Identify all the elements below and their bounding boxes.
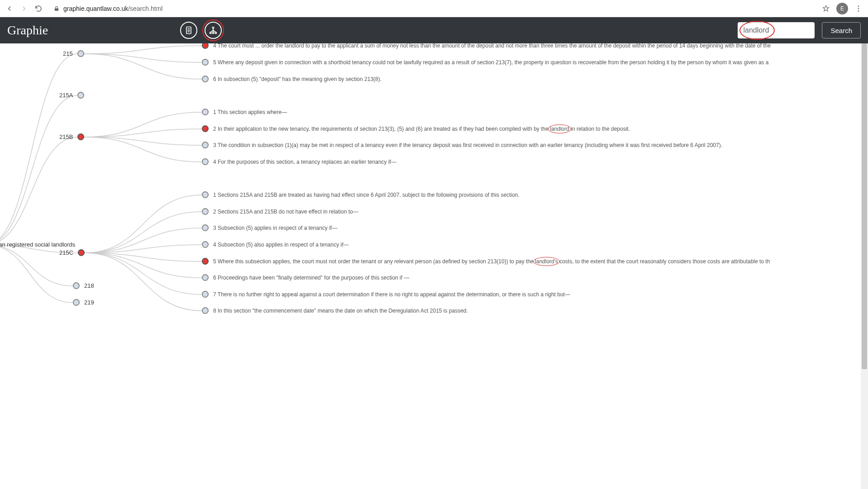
svg-point-8 <box>213 27 214 28</box>
leaf-row[interactable]: 5 Where this subsection applies, the cou… <box>202 258 770 265</box>
profile-avatar[interactable]: E <box>836 3 848 14</box>
svg-point-10 <box>213 32 214 33</box>
section-node-215C[interactable]: 215C <box>59 249 85 256</box>
leaf-text: 8 In this section "the commencement date… <box>213 308 468 314</box>
browser-menu-icon[interactable] <box>854 5 863 13</box>
leaf-dot[interactable] <box>202 109 209 115</box>
svg-point-3 <box>858 10 859 11</box>
svg-rect-0 <box>55 8 58 10</box>
node-label: 215A <box>59 92 73 99</box>
leaf-row[interactable]: 4 Subsection (5) also applies in respect… <box>202 241 349 248</box>
leaf-dot[interactable] <box>202 142 209 148</box>
lock-icon <box>53 5 60 12</box>
section-node-218[interactable]: 218 <box>73 282 94 289</box>
leaf-text: 6 In subsection (5) "deposit" has the me… <box>213 76 382 82</box>
leaf-dot[interactable] <box>202 208 209 215</box>
search-hit: landlord's <box>535 258 558 265</box>
leaf-row[interactable]: 3 Subsection (5) applies in respect of a… <box>202 224 337 231</box>
node-dot[interactable] <box>73 282 80 289</box>
graph-edges <box>0 43 868 489</box>
scrollbar[interactable] <box>861 43 868 489</box>
reload-button[interactable] <box>34 5 43 13</box>
leaf-row[interactable]: 6 Proceedings have been "finally determi… <box>202 274 409 281</box>
leaf-dot[interactable] <box>202 125 209 132</box>
leaf-dot[interactable] <box>202 241 209 248</box>
leaf-dot[interactable] <box>202 76 209 82</box>
url-text: graphie.quantlaw.co.uk/search.html <box>63 5 162 12</box>
app-title: Graphie <box>7 23 48 38</box>
leaf-row[interactable]: 8 In this section "the commencement date… <box>202 307 468 314</box>
section-node-215[interactable]: 215 <box>63 50 84 57</box>
root-label: han registered social landlords <box>0 241 75 248</box>
node-label: 219 <box>84 299 94 306</box>
leaf-text: 7 There is no further right to appeal ag… <box>213 291 570 298</box>
leaf-row[interactable]: 4 The court must ... order the landlord … <box>202 43 771 49</box>
svg-point-11 <box>215 32 216 33</box>
leaf-dot[interactable] <box>202 307 209 314</box>
section-node-215B[interactable]: 215B <box>59 133 84 140</box>
bookmark-star-icon[interactable] <box>822 5 830 13</box>
leaf-dot[interactable] <box>202 59 209 66</box>
leaf-row[interactable]: 3 The condition in subsection (1)(a) may… <box>202 142 722 148</box>
leaf-row[interactable]: 7 There is no further right to appeal ag… <box>202 291 570 298</box>
back-button[interactable] <box>5 5 14 13</box>
leaf-row[interactable]: 1 This section applies where— <box>202 109 287 115</box>
leaf-dot[interactable] <box>202 258 209 265</box>
leaf-row[interactable]: 2 Sections 215A and 215B do not have eff… <box>202 208 358 215</box>
scrollbar-thumb[interactable] <box>862 43 867 369</box>
app-header: Graphie Search <box>0 17 868 43</box>
leaf-dot[interactable] <box>202 191 209 198</box>
leaf-text: 4 For the purposes of this section, a te… <box>213 159 396 165</box>
leaf-text: 2 Sections 215A and 215B do not have eff… <box>213 209 358 215</box>
leaf-text: 4 Subsection (5) also applies in respect… <box>213 242 349 248</box>
leaf-row[interactable]: 6 In subsection (5) "deposit" has the me… <box>202 76 382 82</box>
leaf-row[interactable]: 1 Sections 215A and 215B are treated as … <box>202 191 520 198</box>
node-label: 215 <box>63 50 73 57</box>
root-node: han registered social landlords <box>0 241 75 248</box>
leaf-row[interactable]: 2 In their application to the new tenanc… <box>202 125 630 132</box>
leaf-row[interactable]: 5 Where any deposit given in connection … <box>202 59 768 66</box>
leaf-text: 5 Where this subsection applies, the cou… <box>213 258 770 265</box>
svg-point-2 <box>858 8 859 9</box>
svg-point-1 <box>858 5 859 7</box>
document-view-button[interactable] <box>180 22 197 39</box>
leaf-text: 5 Where any deposit given in connection … <box>213 59 768 66</box>
leaf-dot[interactable] <box>202 291 209 298</box>
leaf-text: 1 Sections 215A and 215B are treated as … <box>213 192 520 198</box>
node-dot[interactable] <box>77 92 84 99</box>
leaf-dot[interactable] <box>202 158 209 165</box>
node-dot[interactable] <box>78 249 85 256</box>
search-hit: landlord <box>550 126 569 132</box>
leaf-dot[interactable] <box>202 274 209 281</box>
leaf-dot[interactable] <box>202 224 209 231</box>
section-node-215A[interactable]: 215A <box>59 92 84 99</box>
graph-canvas[interactable]: 215215A215B215C218219han registered soci… <box>0 43 868 489</box>
leaf-text: 2 In their application to the new tenanc… <box>213 126 630 132</box>
node-label: 215B <box>59 133 73 140</box>
search-input-wrap <box>738 22 815 38</box>
node-dot[interactable] <box>77 133 84 140</box>
url-bar[interactable]: graphie.quantlaw.co.uk/search.html <box>49 2 816 15</box>
leaf-dot[interactable] <box>202 43 209 49</box>
node-dot[interactable] <box>77 50 84 57</box>
leaf-text: 6 Proceedings have been "finally determi… <box>213 275 409 281</box>
svg-point-9 <box>210 32 211 33</box>
search-input[interactable] <box>738 22 815 38</box>
node-dot[interactable] <box>73 299 80 306</box>
browser-chrome: graphie.quantlaw.co.uk/search.html E <box>0 0 868 17</box>
section-node-219[interactable]: 219 <box>73 299 94 306</box>
tree-view-button[interactable] <box>205 22 222 39</box>
search-button[interactable]: Search <box>822 22 861 38</box>
leaf-row[interactable]: 4 For the purposes of this section, a te… <box>202 158 396 165</box>
leaf-text: 3 Subsection (5) applies in respect of a… <box>213 225 337 231</box>
forward-button[interactable] <box>20 5 28 13</box>
leaf-text: 3 The condition in subsection (1)(a) may… <box>213 142 722 148</box>
leaf-text: 1 This section applies where— <box>213 109 287 115</box>
node-label: 215C <box>59 249 73 256</box>
node-label: 218 <box>84 282 94 289</box>
leaf-text: 4 The court must ... order the landlord … <box>213 43 771 49</box>
